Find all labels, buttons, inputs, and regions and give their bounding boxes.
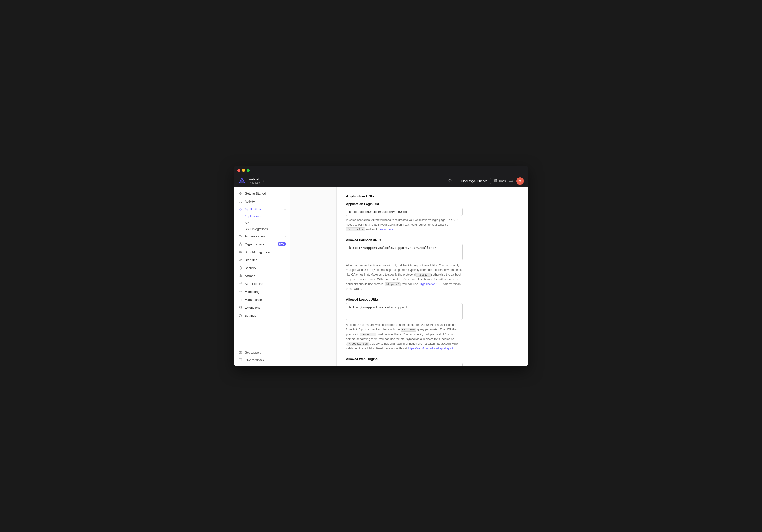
branding-chevron-icon: ›: [285, 259, 285, 261]
content-area: Application URIs Application Login URI I…: [290, 187, 528, 366]
sidebar: Getting Started Activity Applications ▾: [234, 187, 290, 366]
left-panel: [290, 187, 337, 366]
login-uri-field-group: Application Login URI In some scenarios,…: [346, 202, 519, 232]
svg-point-32: [239, 283, 240, 284]
sidebar-item-user-management[interactable]: User Management ›: [234, 248, 290, 256]
https-code-1: https://: [415, 273, 431, 277]
svg-rect-12: [239, 208, 240, 209]
key-icon: [238, 234, 242, 238]
give-feedback-label: Give feedback: [245, 358, 264, 362]
auth0-logout-link[interactable]: https://auth0.com/docs/login/logout: [408, 347, 453, 350]
actions-icon: [238, 274, 242, 278]
sidebar-item-authentication[interactable]: Authentication ›: [234, 232, 290, 240]
svg-point-34: [241, 284, 242, 285]
main-layout: Getting Started Activity Applications ▾: [234, 187, 528, 366]
callback-urls-input[interactable]: https://support.malcolm.support/auth0/ca…: [346, 244, 463, 261]
svg-rect-20: [240, 243, 241, 243]
sidebar-item-security[interactable]: Security ›: [234, 264, 290, 272]
logout-urls-desc: A set of URLs that are valid to redirect…: [346, 323, 463, 351]
organization-url-link[interactable]: Organization URL: [419, 282, 442, 286]
authorize-code: /authorize: [346, 227, 365, 231]
monitoring-chevron-icon: ›: [285, 290, 285, 293]
sidebar-item-branding[interactable]: Branding ›: [234, 256, 290, 264]
logout-urls-field-group: Allowed Logout URLs https://support.malc…: [346, 298, 519, 351]
authentication-chevron-icon: ›: [285, 235, 285, 238]
svg-point-16: [239, 235, 241, 237]
sidebar-item-label-authentication: Authentication: [245, 235, 282, 238]
sidebar-item-label-user-management: User Management: [245, 250, 282, 254]
sidebar-sub-item-applications[interactable]: Applications: [245, 213, 290, 220]
svg-rect-14: [239, 209, 240, 211]
discuss-needs-button[interactable]: Discuss your needs: [458, 178, 491, 184]
learn-more-link[interactable]: Learn more: [378, 228, 393, 231]
user-avatar[interactable]: M: [516, 177, 524, 185]
titlebar: [234, 166, 528, 175]
brush-icon: [238, 258, 242, 262]
section-title: Application URIs: [346, 194, 519, 198]
svg-line-35: [240, 283, 241, 284]
sidebar-sub-item-apis[interactable]: APIs: [245, 220, 290, 226]
sidebar-item-actions[interactable]: Actions ›: [234, 272, 290, 280]
sidebar-item-label-getting-started: Getting Started: [245, 192, 285, 195]
gear-icon: [238, 313, 242, 318]
docs-label: Docs: [499, 179, 506, 183]
sidebar-nav: Getting Started Activity Applications ▾: [234, 187, 290, 345]
docs-link[interactable]: Docs: [494, 179, 506, 183]
notifications-button[interactable]: [509, 179, 513, 184]
svg-rect-9: [240, 201, 240, 203]
svg-rect-38: [239, 306, 240, 308]
sidebar-item-getting-started[interactable]: Getting Started: [234, 190, 290, 197]
close-button[interactable]: [237, 169, 240, 172]
svg-rect-21: [239, 245, 240, 246]
svg-rect-40: [239, 308, 240, 309]
get-support-link[interactable]: Get support: [234, 348, 290, 356]
login-uri-desc: In some scenarios, Auth0 will need to re…: [346, 218, 463, 232]
svg-point-33: [241, 282, 242, 283]
callback-urls-label: Allowed Callback URLs: [346, 238, 519, 242]
users-icon: [238, 250, 242, 254]
activity-icon: [238, 199, 242, 203]
svg-line-36: [240, 284, 241, 285]
sidebar-item-label-branding: Branding: [245, 258, 282, 262]
web-origins-input[interactable]: [346, 363, 463, 366]
sidebar-item-label-auth-pipeline: Auth Pipeline: [245, 282, 282, 286]
monitoring-icon: [238, 290, 242, 294]
login-uri-input[interactable]: [346, 208, 463, 216]
svg-rect-44: [239, 359, 242, 361]
shield-icon: [238, 266, 242, 270]
traffic-lights: [237, 169, 250, 172]
sidebar-item-label-organizations: Organizations: [245, 242, 276, 246]
login-uri-label: Application Login URI: [346, 202, 519, 206]
brand-switcher[interactable]: malcolm Production ▾: [249, 178, 264, 184]
give-feedback-link[interactable]: Give feedback: [234, 356, 290, 363]
wildcard-code: *.google.com: [347, 342, 369, 346]
security-chevron-icon: ›: [285, 267, 285, 269]
logout-urls-input[interactable]: https://support.malcolm.support: [346, 303, 463, 320]
maximize-button[interactable]: [247, 169, 250, 172]
sidebar-item-label-extensions: Extensions: [245, 306, 285, 309]
return-to-code-1: returnTo: [401, 328, 416, 332]
sidebar-item-monitoring[interactable]: Monitoring ›: [234, 288, 290, 296]
message-square-icon: [238, 358, 242, 362]
sidebar-item-label-security: Security: [245, 266, 282, 270]
svg-rect-11: [241, 201, 242, 203]
return-to-code-2: returnTo: [360, 333, 376, 337]
sidebar-item-marketplace[interactable]: Marketplace: [234, 296, 290, 304]
sidebar-item-applications[interactable]: Applications ▾: [234, 205, 290, 213]
logo: [238, 177, 246, 185]
sidebar-item-organizations[interactable]: Organizations NEW: [234, 240, 290, 248]
svg-point-43: [240, 353, 241, 353]
https-code-2: https://: [385, 282, 401, 286]
sidebar-item-extensions[interactable]: Extensions: [234, 304, 290, 312]
applications-chevron-icon: ▾: [284, 208, 285, 211]
sidebar-item-activity[interactable]: Activity: [234, 197, 290, 205]
sidebar-sub-item-sso-integrations[interactable]: SSO Integrations: [245, 226, 290, 232]
svg-line-3: [451, 182, 452, 183]
sidebar-item-auth-pipeline[interactable]: Auth Pipeline ›: [234, 280, 290, 288]
search-button[interactable]: [447, 177, 454, 185]
minimize-button[interactable]: [242, 169, 245, 172]
sidebar-item-settings[interactable]: Settings: [234, 312, 290, 320]
sidebar-item-label-activity: Activity: [245, 200, 285, 203]
org-icon: [238, 242, 242, 246]
extensions-icon: [238, 305, 242, 310]
